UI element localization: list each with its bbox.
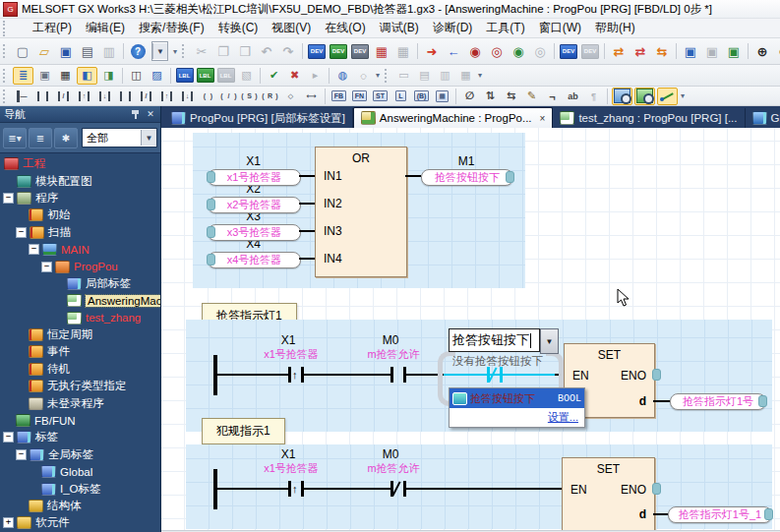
split-window-2-icon[interactable]: ◨ [99, 68, 118, 84]
input-variable-pill[interactable]: x4号抢答器 [208, 252, 301, 268]
swap-updown-icon[interactable]: ⇅ [481, 89, 500, 104]
collapse-icon[interactable] [41, 262, 52, 272]
tree-item-standby[interactable]: 待机 [0, 361, 160, 378]
set-function-block[interactable]: SET EN ENO d [562, 457, 655, 532]
label-window-1-icon[interactable]: LBL [175, 68, 194, 84]
tree-item-local-label[interactable]: 局部标签 [0, 275, 160, 292]
collapse-icon[interactable] [3, 432, 14, 443]
statement-icon[interactable]: ST [371, 89, 390, 104]
collapse-icon[interactable] [16, 227, 27, 238]
tree-item-device[interactable]: 软元件 [0, 514, 160, 531]
tab-progpou-local-label[interactable]: ProgPou [PRG] [局部标签设置] [164, 108, 353, 128]
tree-item-no-exec-type[interactable]: 无执行类型指定 [0, 378, 160, 394]
label-window-3-icon[interactable]: LBL [216, 68, 235, 84]
label-block-icon[interactable]: L [391, 89, 410, 104]
cpu-parameter-icon[interactable]: ▦ [56, 68, 75, 84]
grid-block-icon[interactable]: ▦ [433, 89, 451, 104]
collapse-icon[interactable] [3, 193, 14, 204]
device-comment-batch-icon[interactable]: DEV [350, 42, 370, 61]
device-comment-edit-icon[interactable]: DEV [329, 42, 348, 61]
combo-arrow-icon[interactable]: ▼ [152, 43, 167, 59]
undo-icon[interactable]: ↶ [257, 42, 276, 61]
function-icon[interactable]: FN [350, 89, 369, 104]
not-element-icon[interactable]: ¬ [543, 89, 562, 104]
monitor-mode-icon[interactable] [612, 88, 632, 105]
tree-item-scan[interactable]: 扫描 [0, 224, 160, 241]
tree-collapse-icon[interactable]: ≣ [29, 128, 52, 148]
mini-1-icon[interactable]: ▭ [394, 68, 413, 84]
find-window-icon[interactable]: ▨ [148, 68, 166, 84]
output-variable-pill[interactable]: 抢答指示灯1号_1 [668, 506, 772, 523]
tab-global-label[interactable]: Global [全局标签设置] [746, 108, 780, 128]
convert-icon[interactable]: ⇄ [609, 42, 629, 61]
element-find-icon[interactable]: ◌ [354, 68, 373, 84]
tree-filter-combo[interactable]: 全部▼ [82, 128, 157, 148]
window-1-icon[interactable]: ▣ [681, 42, 700, 61]
input-variable-pill[interactable]: x2号抢答器 [208, 197, 301, 213]
save-icon[interactable]: ▣ [56, 42, 76, 61]
tree-item-global[interactable]: Global [0, 463, 160, 480]
text-element-icon[interactable]: ab [564, 89, 582, 104]
find-binoculars-icon[interactable]: ◫ [127, 68, 146, 84]
zoom-in-icon[interactable]: ⊕ [752, 42, 772, 61]
read-from-plc-icon[interactable]: ← [444, 42, 463, 61]
menu-find-replace[interactable]: 搜索/替换(F) [132, 19, 211, 37]
rising-edge-contact[interactable] [288, 367, 291, 383]
settings-gear-icon[interactable]: ✱ [54, 128, 78, 148]
set-coil-icon[interactable]: (S) [240, 89, 259, 104]
menu-convert[interactable]: 转换(C) [211, 19, 266, 37]
tree-item-label[interactable]: 标签 [0, 429, 160, 445]
tab-answeringmachine[interactable]: AnsweringMachine : ProgPo...× [353, 107, 554, 128]
tree-item-program[interactable]: 程序 [0, 190, 160, 207]
collapse-icon[interactable] [29, 244, 39, 255]
pin-icon[interactable] [130, 108, 142, 120]
window-3-icon[interactable]: ▣ [724, 42, 744, 61]
cross-reference-icon[interactable]: ✖ [285, 68, 304, 84]
help-icon[interactable]: ? [128, 42, 148, 61]
tree-item-fb-fun[interactable]: FB/FUN [0, 412, 160, 429]
print-preview-icon[interactable]: ▥ [99, 42, 119, 61]
new-file-icon[interactable]: ▢ [13, 42, 32, 61]
tree-item-io-label[interactable]: I_O标签 [0, 480, 160, 497]
menu-diagnostics[interactable]: 诊断(D) [426, 19, 480, 37]
element-extra-icon[interactable]: ▧ [237, 68, 256, 84]
closed-branch-icon[interactable]: / [137, 89, 155, 104]
tree-item-struct[interactable]: 结构体 [0, 498, 160, 514]
zoom-out-icon[interactable]: ⊖ [774, 42, 780, 61]
network-comment-box[interactable]: 犯规指示1 [202, 418, 285, 444]
mini-4-icon[interactable]: ▦ [456, 68, 475, 84]
cut-icon[interactable]: ✂ [192, 42, 211, 61]
reset-coil-icon[interactable]: (R) [261, 89, 279, 104]
monitor-write-mode-icon[interactable] [634, 88, 655, 105]
menu-online[interactable]: 在线(O) [318, 19, 372, 37]
coil-icon[interactable]: () [199, 89, 217, 104]
tree-item-initial[interactable]: 初始 [0, 207, 160, 223]
open-contact[interactable] [390, 367, 393, 383]
menu-help[interactable]: 帮助(H) [588, 19, 642, 37]
menu-project[interactable]: 工程(P) [26, 19, 79, 37]
combo-arrow-icon[interactable]: ▼ [141, 130, 156, 146]
output-variable-pill[interactable]: 抢答指示灯1号 [670, 393, 766, 410]
tree-item-project[interactable]: 工程 [0, 155, 160, 172]
tree-item-module-config[interactable]: 模块配置图 [0, 172, 160, 189]
check-program-icon[interactable]: ✔ [265, 68, 283, 84]
split-window-icon[interactable]: ◧ [77, 67, 97, 85]
mini-2-icon[interactable]: ▤ [415, 68, 434, 84]
tree-item-event[interactable]: 事件 [0, 343, 160, 360]
rising-edge-contact[interactable] [288, 481, 291, 497]
paste-icon[interactable]: ❒ [235, 42, 255, 61]
input-variable-pill[interactable]: x1号抢答器 [208, 169, 301, 186]
left-rail-icon[interactable]: — [13, 89, 31, 104]
combo-dropdown-icon[interactable]: ▼ [540, 328, 559, 354]
falling-contact-icon[interactable]: ↓ [95, 89, 114, 104]
variable-edit-combo[interactable]: 抢答按钮按下 ▼ [449, 328, 559, 354]
open-branch-icon[interactable] [116, 89, 135, 104]
watch-stop-icon[interactable]: ◎ [530, 42, 550, 61]
output-variable-pill[interactable]: 抢答按钮按下 [421, 169, 513, 186]
capture-2-icon[interactable]: ▦ [393, 42, 413, 61]
open-file-icon[interactable]: ▱ [34, 42, 54, 61]
menu-window[interactable]: 窗口(W) [532, 19, 588, 37]
redo-icon[interactable]: ↷ [278, 42, 298, 61]
monitor-start-icon[interactable]: ◉ [465, 42, 485, 61]
run-grey-icon[interactable]: ▸ [306, 68, 325, 84]
